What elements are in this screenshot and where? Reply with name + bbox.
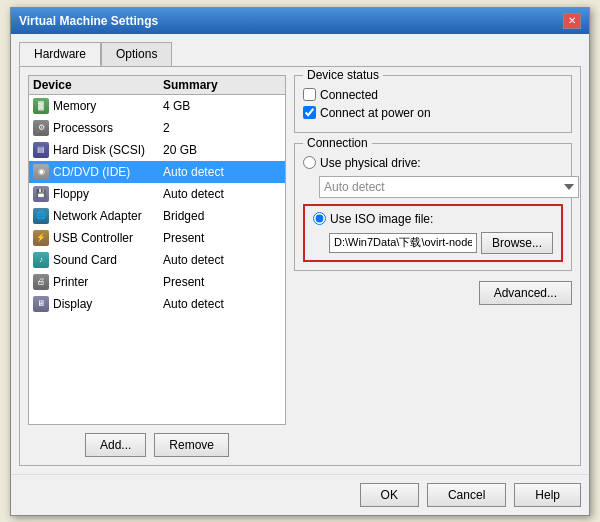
connection-group: Connection Use physical drive: Auto dete… xyxy=(294,143,572,271)
device-summary-memory: 4 GB xyxy=(163,99,281,113)
device-status-title: Device status xyxy=(303,68,383,82)
device-row-usb[interactable]: ⚡ USB Controller Present xyxy=(29,227,285,249)
add-button[interactable]: Add... xyxy=(85,433,146,457)
tab-hardware[interactable]: Hardware xyxy=(19,42,101,66)
device-summary-network: Bridged xyxy=(163,209,281,223)
physical-drive-label: Use physical drive: xyxy=(320,156,421,170)
device-row-harddisk[interactable]: ▤ Hard Disk (SCSI) 20 GB xyxy=(29,139,285,161)
display-icon: 🖥 xyxy=(33,296,49,312)
device-name-floppy: Floppy xyxy=(53,187,163,201)
connected-checkbox[interactable] xyxy=(303,88,316,101)
title-bar-controls: ✕ xyxy=(563,13,581,29)
power-on-label: Connect at power on xyxy=(320,106,431,120)
device-summary-sound: Auto detect xyxy=(163,253,281,267)
device-name-printer: Printer xyxy=(53,275,163,289)
physical-drive-radio[interactable] xyxy=(303,156,316,169)
connection-title: Connection xyxy=(303,136,372,150)
device-summary-processors: 2 xyxy=(163,121,281,135)
device-name-network: Network Adapter xyxy=(53,209,163,223)
device-name-processors: Processors xyxy=(53,121,163,135)
connected-row: Connected xyxy=(303,88,563,102)
device-buttons: Add... Remove xyxy=(28,433,286,457)
device-name-cddvd: CD/DVD (IDE) xyxy=(53,165,163,179)
device-panel: Device Summary ▓ Memory 4 GB ⚙ Processor… xyxy=(28,75,286,457)
window-body: Hardware Options Device Summary ▓ Memory… xyxy=(11,34,589,474)
cpu-icon: ⚙ xyxy=(33,120,49,136)
help-button[interactable]: Help xyxy=(514,483,581,507)
printer-icon: 🖨 xyxy=(33,274,49,290)
browse-button[interactable]: Browse... xyxy=(481,232,553,254)
device-name-sound: Sound Card xyxy=(53,253,163,267)
device-status-group: Device status Connected Connect at power… xyxy=(294,75,572,133)
device-row-network[interactable]: 🌐 Network Adapter Bridged xyxy=(29,205,285,227)
device-table: Device Summary ▓ Memory 4 GB ⚙ Processor… xyxy=(28,75,286,425)
advanced-btn-row: Advanced... xyxy=(294,281,572,305)
physical-drive-row: Use physical drive: xyxy=(303,156,563,170)
hdd-icon: ▤ xyxy=(33,142,49,158)
ok-button[interactable]: OK xyxy=(360,483,419,507)
device-name-memory: Memory xyxy=(53,99,163,113)
device-summary-usb: Present xyxy=(163,231,281,245)
iso-group: Use ISO image file: Browse... xyxy=(303,204,563,262)
iso-file-radio[interactable] xyxy=(313,212,326,225)
iso-file-row: Use ISO image file: xyxy=(313,212,553,226)
network-icon: 🌐 xyxy=(33,208,49,224)
device-row-sound[interactable]: ♪ Sound Card Auto detect xyxy=(29,249,285,271)
window-footer: OK Cancel Help xyxy=(11,474,589,515)
device-summary-floppy: Auto detect xyxy=(163,187,281,201)
device-row-processors[interactable]: ⚙ Processors 2 xyxy=(29,117,285,139)
device-row-display[interactable]: 🖥 Display Auto detect xyxy=(29,293,285,315)
device-summary-harddisk: 20 GB xyxy=(163,143,281,157)
memory-icon: ▓ xyxy=(33,98,49,114)
title-bar: Virtual Machine Settings ✕ xyxy=(11,8,589,34)
cancel-button[interactable]: Cancel xyxy=(427,483,506,507)
iso-input-row: Browse... xyxy=(329,232,553,254)
close-button[interactable]: ✕ xyxy=(563,13,581,29)
device-status-content: Connected Connect at power on xyxy=(303,88,563,120)
tab-content: Device Summary ▓ Memory 4 GB ⚙ Processor… xyxy=(19,66,581,466)
connection-content: Use physical drive: Auto detect Use ISO … xyxy=(303,156,563,262)
device-row-cddvd[interactable]: ◉ CD/DVD (IDE) Auto detect xyxy=(29,161,285,183)
cd-icon: ◉ xyxy=(33,164,49,180)
device-name-harddisk: Hard Disk (SCSI) xyxy=(53,143,163,157)
power-on-checkbox[interactable] xyxy=(303,106,316,119)
floppy-icon: 💾 xyxy=(33,186,49,202)
device-name-display: Display xyxy=(53,297,163,311)
device-row-floppy[interactable]: 💾 Floppy Auto detect xyxy=(29,183,285,205)
tab-bar: Hardware Options xyxy=(19,42,581,66)
header-device: Device xyxy=(33,78,163,92)
power-on-row: Connect at power on xyxy=(303,106,563,120)
sound-icon: ♪ xyxy=(33,252,49,268)
device-row-memory[interactable]: ▓ Memory 4 GB xyxy=(29,95,285,117)
remove-button[interactable]: Remove xyxy=(154,433,229,457)
device-table-header: Device Summary xyxy=(29,76,285,95)
device-summary-printer: Present xyxy=(163,275,281,289)
settings-panel: Device status Connected Connect at power… xyxy=(294,75,572,457)
device-summary-cddvd: Auto detect xyxy=(163,165,281,179)
iso-path-input[interactable] xyxy=(329,233,477,253)
usb-icon: ⚡ xyxy=(33,230,49,246)
device-name-usb: USB Controller xyxy=(53,231,163,245)
virtual-machine-settings-window: Virtual Machine Settings ✕ Hardware Opti… xyxy=(10,7,590,516)
iso-file-label: Use ISO image file: xyxy=(330,212,433,226)
connected-label: Connected xyxy=(320,88,378,102)
advanced-button[interactable]: Advanced... xyxy=(479,281,572,305)
auto-detect-dropdown[interactable]: Auto detect xyxy=(319,176,579,198)
device-row-printer[interactable]: 🖨 Printer Present xyxy=(29,271,285,293)
header-summary: Summary xyxy=(163,78,281,92)
window-title: Virtual Machine Settings xyxy=(19,14,158,28)
device-summary-display: Auto detect xyxy=(163,297,281,311)
tab-options[interactable]: Options xyxy=(101,42,172,66)
